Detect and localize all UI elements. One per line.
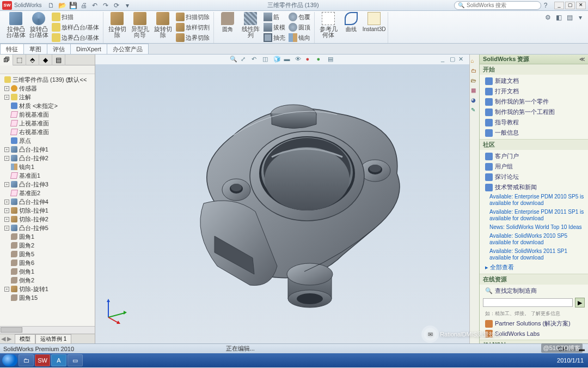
view-orient-icon[interactable]: 🧊 bbox=[273, 56, 281, 63]
view-settings-icon[interactable]: ▤ bbox=[328, 56, 335, 63]
scene-icon[interactable]: ● bbox=[317, 56, 324, 63]
instant3d-button[interactable]: Instant3D bbox=[363, 12, 385, 38]
tree-item[interactable]: 上视基准面 bbox=[0, 119, 95, 128]
extrude-cut-button[interactable]: 拉伸切除 bbox=[106, 12, 128, 43]
wrap-button[interactable]: 包覆 bbox=[287, 12, 312, 22]
revolve-boss-button[interactable]: 旋转凸台/基体 bbox=[27, 12, 50, 43]
appearances-icon[interactable]: ◕ bbox=[471, 97, 479, 105]
view-icon[interactable]: ◧ bbox=[554, 13, 563, 22]
expand-icon[interactable]: + bbox=[4, 86, 9, 91]
tree-item[interactable]: 圆角6 bbox=[0, 258, 95, 267]
redo-icon[interactable]: ↷ bbox=[101, 1, 110, 10]
task-item[interactable]: 技术警戒和新闻 bbox=[480, 182, 588, 192]
tree-item[interactable]: 原点 bbox=[0, 136, 95, 145]
start-button[interactable] bbox=[2, 354, 17, 366]
display-icon[interactable]: ▤ bbox=[565, 13, 574, 22]
taskbar-explorer[interactable]: 🗀 bbox=[19, 354, 34, 366]
doc-max-icon[interactable]: ▢ bbox=[450, 56, 457, 63]
motion-tab[interactable]: 运动算例 1 bbox=[35, 334, 71, 344]
task-item[interactable]: 客户门户 bbox=[480, 151, 588, 161]
linear-pattern-button[interactable]: 线性阵列 bbox=[239, 12, 262, 43]
dome-button[interactable]: 圆顶 bbox=[287, 22, 312, 32]
task-item[interactable]: 指导教程 bbox=[480, 117, 588, 128]
feature-scroll[interactable] bbox=[0, 326, 95, 334]
expand-icon[interactable]: + bbox=[4, 95, 9, 100]
display-style-icon[interactable]: ▬ bbox=[284, 56, 292, 63]
expand-icon[interactable]: + bbox=[4, 217, 9, 222]
task-link[interactable]: Available: Enterprise PDM 2011 SP1 is av… bbox=[480, 208, 588, 223]
options-icon[interactable]: ▾ bbox=[123, 1, 132, 10]
new-icon[interactable]: 🗋 bbox=[47, 1, 56, 10]
fillet-button[interactable]: 圆角 bbox=[216, 12, 239, 43]
open-icon[interactable]: 📂 bbox=[58, 1, 66, 10]
doc-min-icon[interactable]: _ bbox=[441, 56, 449, 63]
mfr-search-input[interactable] bbox=[483, 298, 573, 307]
tab-sketch[interactable]: 草图 bbox=[23, 44, 47, 54]
view-palette-icon[interactable]: ▦ bbox=[471, 87, 479, 95]
taskbar-solidworks[interactable]: SW bbox=[35, 354, 50, 366]
task-link[interactable]: News: SolidWorks World Top 10 Ideas bbox=[480, 223, 588, 232]
tree-item[interactable]: 圆角1 bbox=[0, 232, 95, 241]
go-button[interactable]: ▶ bbox=[575, 298, 585, 307]
maximize-button[interactable]: ▢ bbox=[565, 2, 575, 9]
task-pane-pin-icon[interactable]: ≪ bbox=[579, 56, 585, 62]
sweep-cut-button[interactable]: 扫描切除 bbox=[174, 12, 211, 22]
curves-button[interactable]: 曲线 bbox=[340, 12, 363, 38]
tree-root[interactable]: 三维零件作品 (139) (默认<< bbox=[0, 75, 95, 84]
hide-show-icon[interactable]: 👁 bbox=[295, 56, 303, 63]
draft-button[interactable]: 拔模 bbox=[262, 22, 287, 32]
boundary-cut-button[interactable]: 边界切除 bbox=[174, 33, 211, 43]
shell-button[interactable]: 抽壳 bbox=[262, 33, 287, 43]
print-icon[interactable]: 🖨 bbox=[79, 1, 88, 10]
tree-item[interactable]: 前视基准面 bbox=[0, 110, 95, 119]
extrude-boss-button[interactable]: 拉伸凸台/基体 bbox=[4, 12, 27, 43]
tree-item[interactable]: 基准面1 bbox=[0, 171, 95, 180]
settings-icon[interactable]: ⚙ bbox=[543, 13, 552, 22]
task-link[interactable]: Available: Enterprise PDM 2010 SP5 is av… bbox=[480, 192, 588, 208]
custom-props-icon[interactable]: ✎ bbox=[471, 107, 479, 114]
tree-item[interactable]: 倒角1 bbox=[0, 267, 95, 276]
appearance-icon[interactable]: ● bbox=[306, 56, 314, 63]
expand-icon[interactable]: + bbox=[4, 208, 9, 213]
hole-wizard-button[interactable]: 异型孔向导 bbox=[128, 12, 151, 43]
expand-icon[interactable]: + bbox=[4, 200, 9, 204]
undo-icon[interactable]: ↶ bbox=[90, 1, 99, 10]
tree-item[interactable]: 倒角2 bbox=[0, 276, 95, 285]
task-item[interactable]: 一般信息 bbox=[480, 128, 588, 138]
design-library-icon[interactable]: 🗀 bbox=[471, 68, 479, 75]
filter-icon[interactable]: ▾ bbox=[576, 13, 585, 22]
search-input[interactable] bbox=[467, 2, 537, 8]
task-item[interactable]: 制作我的第一个零件 bbox=[480, 96, 588, 107]
tab-office[interactable]: 办公室产品 bbox=[107, 44, 149, 54]
task-link[interactable]: Available: SolidWorks 2011 SP1 available… bbox=[480, 247, 588, 262]
tree-item[interactable]: 右视基准面 bbox=[0, 128, 95, 136]
close-button[interactable]: ✕ bbox=[576, 2, 586, 9]
fm-tab-display[interactable]: ▤ bbox=[52, 55, 65, 65]
taskbar-clock[interactable]: 2010/1/11 bbox=[555, 358, 586, 364]
tree-item[interactable]: 材质 <未指定> bbox=[0, 101, 95, 110]
fm-tab-property[interactable]: ⬚ bbox=[13, 55, 26, 65]
tree-item[interactable]: 镜向1 bbox=[0, 162, 95, 171]
tree-item[interactable]: +切除-拉伸1 bbox=[0, 206, 95, 215]
fm-tab-tree[interactable]: 🗊 bbox=[0, 55, 13, 65]
expand-icon[interactable]: + bbox=[4, 287, 9, 292]
file-explorer-icon[interactable]: 🗁 bbox=[471, 77, 479, 85]
tab-features[interactable]: 特征 bbox=[0, 44, 24, 54]
tree-item[interactable]: +切除-旋转1 bbox=[0, 285, 95, 293]
revolve-cut-button[interactable]: 旋转切除 bbox=[151, 12, 174, 43]
graphics-viewport[interactable] bbox=[95, 64, 469, 343]
tree-item[interactable]: +凸台-拉伸1 bbox=[0, 145, 95, 154]
taskbar-app3[interactable]: ▭ bbox=[68, 354, 83, 366]
tab-evaluate[interactable]: 评估 bbox=[47, 44, 71, 54]
search-box[interactable]: 🔍 bbox=[454, 1, 541, 10]
fm-tab-dim[interactable]: ◆ bbox=[39, 55, 52, 65]
expand-icon[interactable]: + bbox=[4, 156, 9, 161]
expand-icon[interactable]: + bbox=[4, 182, 9, 187]
mirror-button[interactable]: 镜向 bbox=[287, 33, 312, 43]
tree-item[interactable]: 基准面2 bbox=[0, 189, 95, 197]
tree-item[interactable]: +凸台-拉伸3 bbox=[0, 180, 95, 189]
loft-button[interactable]: 放样凸台/基体 bbox=[50, 22, 101, 32]
save-icon[interactable]: 💾 bbox=[69, 1, 77, 10]
tree-item[interactable]: 圆角15 bbox=[0, 293, 95, 302]
doc-close-icon[interactable]: ✕ bbox=[458, 56, 466, 63]
